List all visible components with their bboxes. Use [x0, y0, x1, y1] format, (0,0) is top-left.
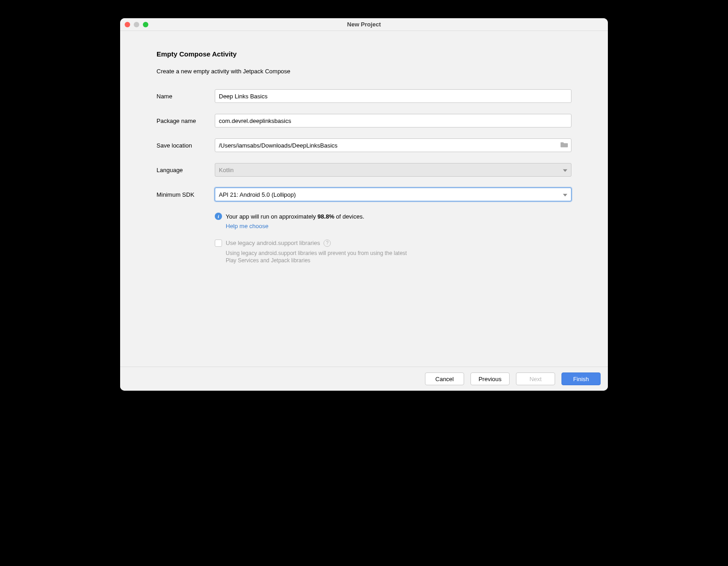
chevron-down-icon — [563, 191, 567, 198]
legacy-support-checkbox — [215, 240, 222, 247]
titlebar: New Project — [120, 18, 608, 31]
package-input[interactable] — [215, 114, 571, 127]
cancel-button[interactable]: Cancel — [425, 372, 464, 385]
close-icon[interactable] — [125, 22, 130, 27]
window-title: New Project — [347, 21, 381, 28]
minimize-icon[interactable] — [134, 22, 139, 27]
content-area: Empty Compose Activity Create a new empt… — [120, 31, 608, 367]
next-button: Next — [516, 372, 555, 385]
page-title: Empty Compose Activity — [157, 50, 571, 58]
name-label: Name — [157, 93, 215, 100]
language-select: Kotlin — [215, 163, 571, 177]
traffic-lights — [125, 22, 148, 27]
help-me-choose-link[interactable]: Help me choose — [226, 222, 268, 231]
legacy-support-label: Use legacy android.support libraries — [226, 240, 320, 246]
sdk-label: Minimum SDK — [157, 191, 215, 198]
help-icon[interactable]: ? — [324, 240, 331, 247]
language-value: Kotlin — [219, 167, 234, 173]
location-label: Save location — [157, 142, 215, 149]
name-input[interactable] — [215, 89, 571, 103]
info-icon — [215, 213, 222, 220]
page-subtitle: Create a new empty activity with Jetpack… — [157, 68, 571, 75]
package-label: Package name — [157, 117, 215, 124]
previous-button[interactable]: Previous — [470, 372, 510, 385]
browse-folder-icon[interactable] — [561, 142, 568, 149]
sdk-value: API 21: Android 5.0 (Lollipop) — [219, 191, 296, 198]
chevron-down-icon — [563, 167, 567, 173]
maximize-icon[interactable] — [143, 22, 148, 27]
language-label: Language — [157, 167, 215, 173]
location-input[interactable] — [215, 138, 571, 152]
sdk-percent: 98.8% — [318, 213, 334, 220]
footer: Cancel Previous Next Finish — [120, 367, 608, 391]
new-project-window: New Project Empty Compose Activity Creat… — [120, 18, 608, 391]
finish-button[interactable]: Finish — [561, 372, 601, 385]
legacy-support-desc: Using legacy android.support libraries w… — [226, 250, 417, 265]
sdk-select[interactable]: API 21: Android 5.0 (Lollipop) — [215, 188, 571, 201]
sdk-info-text: Your app will run on approximately 98.8%… — [226, 212, 364, 231]
